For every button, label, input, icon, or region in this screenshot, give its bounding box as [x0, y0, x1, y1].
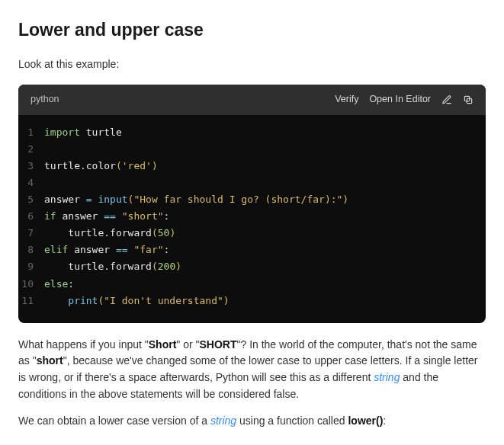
paragraph-2: We can obtain a lower case version of a … [18, 413, 486, 430]
code-line: 8elif answer == "far": [18, 242, 486, 258]
code-language-label: python [30, 92, 59, 107]
code-body: 1import turtle23turtle.color('red')45ans… [18, 115, 486, 323]
text: We can obtain a lower case version of a [18, 415, 210, 427]
bold-short-cap: Short [149, 338, 177, 351]
string-link[interactable]: string [210, 415, 236, 427]
text: using a function called [236, 415, 348, 427]
code-line: 10else: [18, 276, 486, 293]
line-number: 3 [18, 158, 44, 174]
code-line: 2 [18, 141, 486, 158]
line-number: 7 [18, 225, 44, 242]
line-number: 4 [18, 174, 44, 191]
text: " or " [176, 338, 199, 351]
line-content: if answer == "short": [44, 208, 486, 225]
line-number: 1 [18, 124, 44, 141]
line-number: 2 [18, 141, 44, 158]
bold-lower-fn: lower() [348, 415, 383, 427]
code-line: 7 turtle.forward(50) [18, 225, 486, 242]
code-line: 3turtle.color('red') [18, 158, 486, 174]
line-content [44, 141, 486, 158]
code-line: 1import turtle [18, 124, 486, 141]
verify-button[interactable]: Verify [335, 92, 358, 107]
line-content: turtle.forward(200) [44, 258, 486, 275]
line-number: 9 [18, 258, 44, 275]
paragraph-1: What happens if you input "Short" or "SH… [18, 337, 486, 403]
code-line: 6if answer == "short": [18, 208, 486, 225]
line-content: print("I don't understand") [44, 293, 486, 309]
bold-short-upper: SHORT [199, 338, 236, 351]
line-number: 11 [18, 293, 44, 309]
intro-text: Look at this example: [18, 56, 486, 73]
code-line: 9 turtle.forward(200) [18, 258, 486, 275]
line-content [44, 174, 486, 191]
code-header: python Verify Open In Editor [18, 85, 486, 114]
line-content: else: [44, 276, 486, 293]
text: : [383, 415, 386, 427]
line-number: 8 [18, 242, 44, 258]
copy-icon[interactable] [463, 94, 474, 105]
open-in-editor-button[interactable]: Open In Editor [369, 92, 431, 107]
string-link[interactable]: string [374, 371, 400, 383]
code-line: 5answer = input("How far should I go? (s… [18, 191, 486, 208]
code-block: python Verify Open In Editor 1import tur… [18, 85, 486, 322]
line-content: elif answer == "far": [44, 242, 486, 258]
line-content: answer = input("How far should I go? (sh… [44, 191, 486, 208]
text: What happens if you input " [18, 338, 149, 351]
line-content: import turtle [44, 124, 486, 141]
line-number: 5 [18, 191, 44, 208]
line-number: 6 [18, 208, 44, 225]
line-content: turtle.forward(50) [44, 225, 486, 242]
page-title: Lower and upper case [18, 17, 486, 44]
bold-short-lower: short [37, 354, 63, 367]
edit-icon[interactable] [441, 94, 452, 105]
code-line: 4 [18, 174, 486, 191]
line-number: 10 [18, 276, 44, 293]
line-content: turtle.color('red') [44, 158, 486, 174]
code-line: 11 print("I don't understand") [18, 293, 486, 309]
